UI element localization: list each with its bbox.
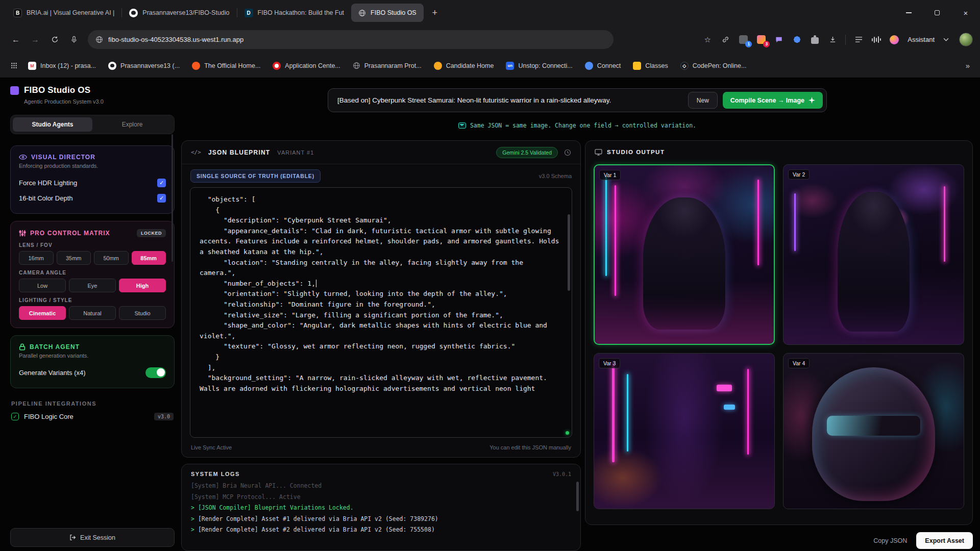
bookmark-candidate-home[interactable]: Candidate Home: [428, 59, 500, 73]
sidebar-toggle-button[interactable]: [851, 32, 866, 47]
url-bar[interactable]: fibo-studio-os-40523304538.us-west1.run.…: [88, 30, 614, 49]
compile-scene-button[interactable]: Compile Scene → Image: [723, 92, 823, 109]
bookmark-github[interactable]: Prasannaverse13 (...: [103, 59, 185, 73]
tab-strip: B BRIA.ai | Visual Generative AI | Prasa…: [0, 0, 980, 26]
browser-tab-fibo-studio-active[interactable]: FIBO Studio OS: [351, 4, 424, 22]
schema-version-label: v3.0 Schema: [539, 173, 572, 179]
lens-16mm-button[interactable]: 16mm: [19, 251, 54, 265]
bookmark-official-home[interactable]: The Official Home...: [186, 59, 266, 73]
bookmark-classes[interactable]: Classes: [627, 59, 673, 73]
copy-link-button[interactable]: [718, 32, 733, 47]
variant-label: Var 4: [788, 358, 810, 368]
bookmark-prasannaram[interactable]: Prasannaram Prot...: [347, 59, 427, 72]
json-code[interactable]: "objects": [ { "description": "Cyberpunk…: [190, 188, 572, 400]
downloads-button[interactable]: [825, 32, 840, 47]
lens-35mm-button[interactable]: 35mm: [57, 251, 91, 265]
neon-sign: [717, 385, 732, 391]
minimize-button[interactable]: [894, 0, 923, 26]
blueprint-header-right: Gemini 2.5 Validated: [496, 147, 571, 158]
link-icon: [722, 36, 729, 43]
extension-1-button[interactable]: 1: [736, 32, 751, 47]
bookmark-label: The Official Home...: [204, 62, 260, 69]
ai-extension-button[interactable]: [789, 32, 804, 47]
hdr-checkbox[interactable]: ✓: [157, 179, 166, 187]
browser-tab-bria[interactable]: B BRIA.ai | Visual Generative AI |: [6, 4, 121, 22]
apps-grid-button[interactable]: [6, 58, 21, 73]
bookmark-application-center[interactable]: Application Cente...: [267, 59, 346, 73]
refresh-button[interactable]: [46, 31, 63, 48]
assistant-dropdown-button[interactable]: [938, 32, 953, 47]
pipeline-item-label: FIBO Logic Core: [24, 413, 74, 420]
chat-bubble-icon: [775, 36, 783, 43]
bookmark-star-button[interactable]: ☆: [700, 32, 715, 47]
lighting-cinematic-button[interactable]: Cinematic: [19, 306, 66, 320]
bookmark-label: Connect: [597, 62, 621, 69]
profile-avatar[interactable]: [959, 33, 973, 46]
angle-low-button[interactable]: Low: [19, 279, 66, 292]
maximize-button[interactable]: [923, 0, 951, 26]
lens-85mm-button[interactable]: 85mm: [132, 251, 166, 265]
prompt-input[interactable]: [Based on] Cyberpunk Street Samurai: Neo…: [337, 96, 683, 104]
tab-studio-agents[interactable]: Studio Agents: [13, 117, 92, 132]
neon-strip: [605, 176, 607, 276]
bookmark-inbox[interactable]: MInbox (12) - prasa...: [22, 59, 102, 73]
forward-button[interactable]: →: [27, 31, 44, 48]
angle-high-button[interactable]: High: [119, 279, 166, 292]
app-logo-icon: [10, 86, 19, 95]
sparkle-icon: [808, 97, 815, 104]
bookmark-label: Classes: [645, 62, 668, 69]
angle-eye-button[interactable]: Eye: [69, 279, 116, 292]
microphone-icon: [70, 36, 78, 43]
log-entry: >[Render Complete] Asset #1 delivered vi…: [182, 514, 580, 525]
output-image-var1[interactable]: Var 1: [594, 164, 775, 345]
new-tab-button[interactable]: +: [427, 5, 443, 21]
site-icon: [585, 62, 593, 70]
batch-agent-card: BATCH AGENT Parallel generation variants…: [10, 335, 175, 388]
sidebar-tab-switcher: Studio Agents Explore: [10, 115, 175, 134]
browser-tab-github[interactable]: Prasannaverse13/FIBO-Studio: [122, 4, 236, 22]
extension-2-button[interactable]: 3: [753, 32, 769, 47]
editor-scrollbar[interactable]: [568, 214, 570, 291]
output-image-var2[interactable]: Var 2: [783, 164, 964, 345]
output-image-var4[interactable]: Var 4: [783, 353, 964, 509]
assistant-button[interactable]: [887, 32, 902, 47]
unstop-icon: un: [506, 62, 514, 70]
voice-search-button[interactable]: [65, 31, 83, 48]
output-image-var3[interactable]: Var 3: [594, 353, 775, 509]
json-editor[interactable]: "objects": [ { "description": "Cyberpunk…: [190, 187, 572, 438]
github-favicon: [129, 9, 138, 17]
logs-scrollbar[interactable]: [576, 482, 579, 511]
browser-tab-hackathon[interactable]: D FIBO Hackathon: Build the Fut: [237, 4, 352, 22]
extensions-menu-button[interactable]: [807, 32, 822, 47]
generate-variants-toggle[interactable]: [145, 367, 166, 378]
chat-extension-button[interactable]: [771, 32, 787, 47]
back-button[interactable]: ←: [7, 31, 24, 48]
history-clock-icon[interactable]: [564, 149, 571, 156]
bookmark-unstop[interactable]: unUnstop: Connecti...: [500, 59, 578, 73]
color-depth-checkbox[interactable]: ✓: [157, 194, 166, 203]
back-icon: ←: [12, 35, 20, 44]
fibo-core-checkbox[interactable]: ✓: [11, 413, 19, 420]
assistant-logo-icon: [890, 35, 899, 44]
lens-50mm-button[interactable]: 50mm: [94, 251, 129, 265]
lighting-studio-button[interactable]: Studio: [119, 306, 166, 320]
tab-label: FIBO Hackathon: Build the Fut: [258, 9, 345, 16]
waveform-button[interactable]: [869, 32, 884, 47]
bookmark-connect[interactable]: Connect: [579, 59, 627, 73]
lighting-natural-button[interactable]: Natural: [69, 306, 116, 320]
tab-explore[interactable]: Explore: [92, 117, 172, 132]
bookmark-label: Candidate Home: [446, 62, 494, 69]
export-asset-button[interactable]: Export Asset: [916, 532, 973, 549]
close-button[interactable]: ×: [951, 0, 980, 26]
exit-session-button[interactable]: Exit Session: [10, 528, 175, 547]
new-button[interactable]: New: [688, 92, 718, 109]
locked-badge: LOCKED: [137, 229, 166, 237]
bookmark-label: Unstop: Connecti...: [518, 62, 572, 69]
sidebar-scrollbar[interactable]: [172, 134, 173, 262]
neon-strip: [944, 186, 945, 262]
bookmark-codepen[interactable]: ◇CodePen: Online...: [675, 59, 752, 73]
bookmarks-overflow-chevron[interactable]: »: [962, 61, 974, 70]
copy-json-button[interactable]: Copy JSON: [873, 537, 907, 544]
source-of-truth-chip: SINGLE SOURCE OF TRUTH (EDITABLE): [190, 169, 321, 183]
assistant-label[interactable]: Assistant: [908, 36, 935, 43]
